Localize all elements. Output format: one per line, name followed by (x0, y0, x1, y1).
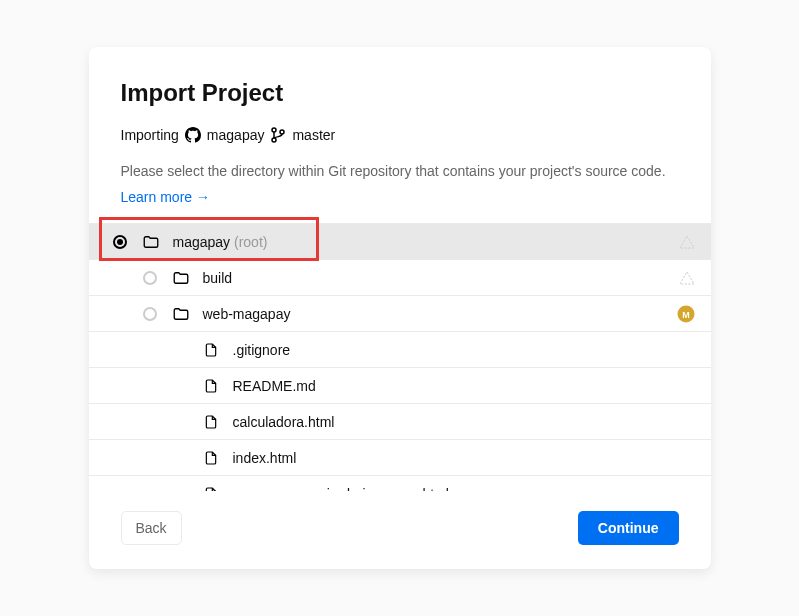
tree-folder-row[interactable]: web-magapayM (89, 296, 711, 332)
tree-file-row[interactable]: magapay-premio-de-inovacao.html (89, 476, 711, 491)
framework-icon (679, 235, 695, 249)
folder-icon (171, 305, 191, 323)
file-icon (201, 413, 221, 431)
item-name: calculadora.html (233, 414, 695, 430)
tree-file-row[interactable]: .gitignore (89, 332, 711, 368)
item-name: .gitignore (233, 342, 695, 358)
item-name: web-magapay (203, 306, 677, 322)
tree-file-row[interactable]: README.md (89, 368, 711, 404)
branch-icon (270, 127, 286, 143)
item-name: build (203, 270, 679, 286)
github-icon (185, 127, 201, 143)
folder-icon (141, 233, 161, 251)
file-icon (201, 341, 221, 359)
back-button[interactable]: Back (121, 511, 182, 545)
tree-folder-row[interactable]: magapay (root) (89, 224, 711, 260)
importing-line: Importing magapay master (121, 127, 679, 143)
svg-text:M: M (682, 309, 690, 319)
description: Please select the directory within Git r… (121, 161, 679, 182)
project-logo-icon: M (677, 305, 695, 323)
import-project-card: Import Project Importing magapay master … (89, 47, 711, 569)
radio-select[interactable] (143, 307, 157, 321)
continue-button[interactable]: Continue (578, 511, 679, 545)
item-name: magapay-premio-de-inovacao.html (233, 486, 695, 492)
file-tree[interactable]: magapay (root)buildweb-magapayM.gitignor… (89, 223, 711, 491)
radio-select[interactable] (143, 271, 157, 285)
radio-select[interactable] (113, 235, 127, 249)
tree-file-row[interactable]: calculadora.html (89, 404, 711, 440)
page-title: Import Project (121, 79, 679, 107)
file-icon (201, 377, 221, 395)
tree-folder-row[interactable]: build (89, 260, 711, 296)
folder-icon (171, 269, 191, 287)
svg-point-2 (280, 130, 284, 134)
learn-more-link[interactable]: Learn more → (121, 189, 210, 205)
item-name: magapay (root) (173, 234, 679, 250)
tree-file-row[interactable]: index.html (89, 440, 711, 476)
item-name: index.html (233, 450, 695, 466)
branch-name: master (292, 127, 335, 143)
svg-point-0 (272, 128, 276, 132)
framework-icon (679, 271, 695, 285)
file-icon (201, 449, 221, 467)
repo-name: magapay (207, 127, 265, 143)
file-icon (201, 485, 221, 492)
svg-point-1 (272, 138, 276, 142)
item-name: README.md (233, 378, 695, 394)
